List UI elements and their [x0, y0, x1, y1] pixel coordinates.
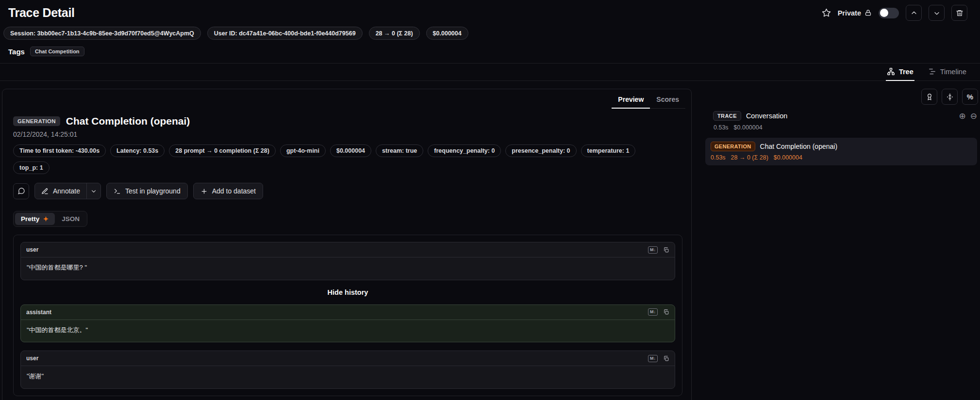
session-badge[interactable]: Session: 3bb00ec7-1b13-4c9b-85ee-3d9d70f…	[3, 27, 201, 40]
tree-toolbar: %	[700, 89, 978, 105]
public-sharing-toggle[interactable]	[879, 8, 899, 18]
user-id-badge[interactable]: User ID: dc47a41e-06bc-400d-bde1-f0e440d…	[207, 27, 363, 40]
markdown-icon[interactable]: M↓	[648, 246, 658, 254]
trace-metrics: 0.53s $0.000004	[714, 124, 979, 131]
page-title: Trace Detail	[8, 6, 75, 20]
previous-trace-button[interactable]	[906, 5, 922, 21]
trace-tree-panel: % TRACE Conversation ⊕ ⊖ 0.53s $0.000004…	[700, 89, 979, 165]
hide-history-button[interactable]: Hide history	[20, 288, 675, 296]
metric-badge-ttft: Time to first token: -430.00s	[13, 144, 106, 157]
message-block-user-1: user M↓ "中国的首都是哪里? "	[20, 242, 675, 280]
pen-icon	[41, 188, 49, 195]
speech-bubble-icon	[17, 187, 25, 195]
collapse-all-button[interactable]	[942, 89, 958, 105]
top-bar-actions: Private	[822, 5, 967, 21]
observation-tabs: Preview Scores	[2, 89, 691, 109]
observation-detail-card: Preview Scores GENERATION Chat Completio…	[2, 89, 692, 400]
next-trace-button[interactable]	[929, 5, 945, 21]
param-badge-frequency-penalty: frequency_penalty: 0	[428, 144, 501, 157]
tab-scores[interactable]: Scores	[650, 92, 685, 109]
message-tools: M↓	[648, 308, 669, 316]
format-toggle: Pretty JSON	[13, 211, 87, 227]
message-role: assistant	[26, 309, 51, 316]
message-tools: M↓	[648, 355, 669, 362]
observation-actions: Annotate Test in playground	[13, 183, 682, 199]
scores-display-button[interactable]	[921, 89, 937, 105]
metric-badge-model[interactable]: gpt-4o-mini	[280, 144, 326, 157]
node-title: Chat Completion (openai)	[760, 143, 838, 150]
star-icon[interactable]	[822, 8, 831, 17]
plus-icon	[200, 188, 208, 195]
annotate-dropdown-button[interactable]	[86, 183, 100, 199]
messages-container: user M↓ "中国的首都是哪里? " Hide history	[13, 235, 682, 396]
copy-icon[interactable]	[663, 355, 669, 362]
observation-badges-row-2: top_p: 1	[13, 161, 682, 174]
award-icon	[926, 93, 933, 101]
tag-chip[interactable]: Chat Competition	[30, 47, 84, 56]
top-bar: Trace Detail Private	[0, 0, 980, 23]
param-badge-presence-penalty: presence_penalty: 0	[505, 144, 576, 157]
message-role: user	[26, 355, 38, 362]
metric-badge-latency: Latency: 0.53s	[110, 144, 165, 157]
metrics-display-button[interactable]: %	[962, 89, 978, 105]
privacy-indicator: Private	[838, 9, 872, 17]
view-switcher: Tree Timeline	[0, 64, 980, 81]
message-block-user-2: user M↓ "谢谢"	[20, 351, 675, 389]
copy-icon[interactable]	[663, 247, 669, 253]
trace-cost: $0.000004	[734, 124, 763, 131]
trace-row-icons: ⊕ ⊖	[959, 112, 978, 120]
param-badge-top-p: top_p: 1	[13, 161, 50, 174]
add-to-dataset-button[interactable]: Add to dataset	[193, 183, 263, 199]
format-json-label: JSON	[62, 215, 80, 223]
node-cost: $0.000004	[774, 154, 802, 161]
observation-badges-row-1: Time to first token: -430.00s Latency: 0…	[13, 144, 682, 157]
tree-node-generation[interactable]: GENERATION Chat Completion (openai) 0.53…	[705, 138, 977, 165]
trace-type-badge: TRACE	[713, 111, 741, 121]
observation-timestamp: 02/12/2024, 14:25:01	[13, 130, 682, 138]
message-content: "谢谢"	[21, 366, 675, 388]
comment-button[interactable]	[13, 183, 29, 199]
chevron-down-icon	[90, 188, 97, 194]
node-latency: 0.53s	[711, 154, 726, 161]
format-pretty-label: Pretty	[21, 215, 39, 223]
cost-badge: $0.000004	[426, 27, 468, 40]
node-title-row: GENERATION Chat Completion (openai)	[711, 142, 972, 151]
format-tab-pretty[interactable]: Pretty	[15, 213, 55, 225]
format-tab-json[interactable]: JSON	[56, 213, 85, 225]
copy-icon[interactable]	[663, 309, 669, 315]
metric-badge-cost: $0.000004	[330, 144, 371, 157]
trace-latency: 0.53s	[714, 124, 729, 131]
metric-badge-tokens: 28 prompt → 0 completion (Σ 28)	[169, 144, 276, 157]
observation-type-badge: GENERATION	[13, 116, 60, 126]
expand-all-icon[interactable]: ⊕	[959, 112, 966, 120]
collapse-tree-icon[interactable]: ⊖	[970, 112, 977, 120]
trace-detail-page: Trace Detail Private	[0, 0, 980, 400]
test-in-playground-button[interactable]: Test in playground	[106, 183, 188, 199]
tab-tree[interactable]: Tree	[886, 64, 914, 81]
markdown-icon[interactable]: M↓	[648, 308, 658, 316]
tab-timeline[interactable]: Timeline	[927, 64, 967, 81]
percent-icon: %	[967, 93, 973, 101]
observation-body: GENERATION Chat Completion (openai) 02/1…	[2, 109, 691, 396]
annotate-button[interactable]: Annotate	[35, 183, 86, 199]
annotate-split-button: Annotate	[34, 183, 101, 199]
message-tools: M↓	[648, 246, 669, 254]
fold-vertical-icon	[946, 93, 954, 101]
message-content: "中国的首都是北京。"	[21, 320, 675, 342]
param-badge-stream: stream: true	[376, 144, 423, 157]
message-content: "中国的首都是哪里? "	[21, 257, 675, 280]
param-badge-temperature: temperature: 1	[581, 144, 636, 157]
playground-label: Test in playground	[125, 187, 181, 195]
markdown-icon[interactable]: M↓	[648, 355, 658, 362]
message-role: user	[26, 246, 38, 253]
add-to-dataset-label: Add to dataset	[212, 187, 256, 195]
trace-root-row[interactable]: TRACE Conversation ⊕ ⊖	[713, 111, 977, 121]
token-usage-badge: 28 → 0 (Σ 28)	[369, 27, 420, 40]
node-metrics: 0.53s 28 → 0 (Σ 28) $0.000004	[711, 154, 972, 161]
tags-label: Tags	[8, 48, 25, 56]
terminal-icon	[114, 188, 121, 195]
tree-icon	[887, 67, 895, 76]
tab-preview[interactable]: Preview	[612, 92, 650, 109]
generation-type-badge: GENERATION	[711, 142, 755, 151]
delete-trace-button[interactable]	[951, 5, 967, 21]
